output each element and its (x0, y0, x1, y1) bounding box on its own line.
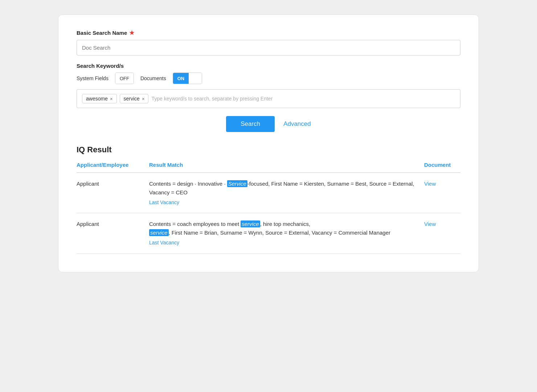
advanced-link[interactable]: Advanced (283, 120, 311, 128)
result-text-after-2a: , hire top mechanics, (260, 221, 310, 227)
required-star: ★ (129, 29, 134, 36)
tag-remove-service[interactable]: × (142, 96, 145, 102)
highlight-service-2a: service (241, 220, 260, 227)
label-text: Basic Search Name (77, 30, 127, 36)
keyword-tag-service[interactable]: service × (120, 94, 149, 103)
toggle-off-label: OFF (115, 73, 134, 84)
system-fields-label: System Fields (77, 75, 108, 81)
search-name-input[interactable] (77, 40, 460, 55)
search-keywords-label: Search Keyword/s (77, 63, 460, 69)
system-fields-toggle[interactable]: OFF (115, 73, 134, 84)
last-vacancy-link-2[interactable]: Last Vacancy (149, 239, 424, 247)
result-text-before-2a: Contents = coach employees to meet (149, 221, 241, 227)
table-header-row: Applicant/Employee Result Match Document (77, 162, 460, 173)
last-vacancy-link-1[interactable]: Last Vacancy (149, 198, 424, 206)
tag-label-awesome: awesome (86, 96, 108, 102)
action-row: Search Advanced (77, 116, 460, 132)
keyword-tag-awesome[interactable]: awesome × (82, 94, 117, 103)
documents-toggle[interactable]: ON (173, 73, 202, 84)
keyword-input-area[interactable]: awesome × service × Type keyword/s to se… (77, 89, 460, 108)
result-cell-1: Contents = design · Innovative · Service… (149, 173, 424, 213)
results-title: IQ Result (77, 145, 460, 154)
result-text-after-2b: , First Name = Brian, Surname = Wynn, So… (169, 230, 391, 236)
highlight-service-1: Service (227, 180, 247, 187)
toggles-row: System Fields OFF Documents ON (77, 73, 460, 84)
col-header-result-match: Result Match (149, 162, 424, 173)
documents-label: Documents (140, 75, 166, 81)
result-cell-2: Contents = coach employees to meet servi… (149, 213, 424, 253)
col-header-applicant: Applicant/Employee (77, 162, 149, 173)
tag-remove-awesome[interactable]: × (110, 96, 113, 102)
results-section: IQ Result Applicant/Employee Result Matc… (77, 145, 460, 254)
document-cell-1: View (424, 173, 460, 213)
applicant-cell-2: Applicant (77, 213, 149, 253)
tag-label-service: service (124, 96, 140, 102)
table-row: Applicant Contents = design · Innovative… (77, 173, 460, 213)
applicant-cell-1: Applicant (77, 173, 149, 213)
keyword-placeholder: Type keyword/s to search, separate by pr… (151, 96, 272, 102)
basic-search-name-label: Basic Search Name ★ (77, 29, 460, 36)
document-cell-2: View (424, 213, 460, 253)
results-table: Applicant/Employee Result Match Document… (77, 162, 460, 254)
main-card: Basic Search Name ★ Search Keyword/s Sys… (58, 15, 479, 272)
search-section: Basic Search Name ★ Search Keyword/s Sys… (77, 29, 460, 132)
highlight-service-2b: service (149, 229, 169, 236)
result-text-before-1: Contents = design · Innovative · (149, 181, 227, 187)
view-link-1[interactable]: View (424, 181, 436, 187)
search-button[interactable]: Search (226, 116, 275, 132)
col-header-document: Document (424, 162, 460, 173)
table-row: Applicant Contents = coach employees to … (77, 213, 460, 253)
toggle-on-label: ON (173, 73, 189, 84)
toggle-on-empty (189, 73, 202, 84)
view-link-2[interactable]: View (424, 221, 436, 227)
